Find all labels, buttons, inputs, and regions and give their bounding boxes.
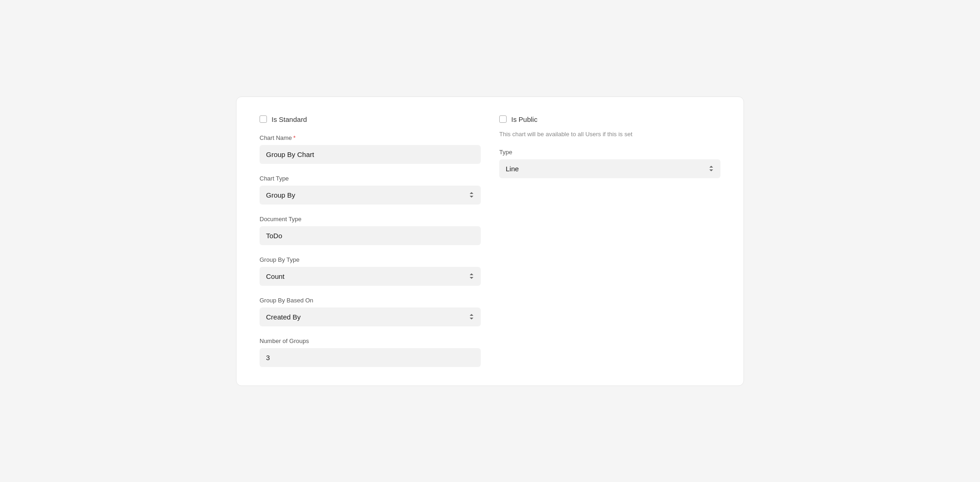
document-type-label: Document Type <box>260 216 481 223</box>
number-of-groups-input[interactable] <box>260 348 481 367</box>
type-wrapper: Line Bar Pie Donut <box>499 159 720 178</box>
is-public-label: Is Public <box>511 115 538 123</box>
type-select[interactable]: Line Bar Pie Donut <box>499 159 720 178</box>
form-card: Is Standard Chart Name* Chart Type Group… <box>236 96 744 386</box>
chart-name-group: Chart Name* <box>260 134 481 164</box>
chart-type-group: Chart Type Group By Count Sum Average <box>260 175 481 205</box>
number-of-groups-group: Number of Groups <box>260 337 481 367</box>
left-column: Is Standard Chart Name* Chart Type Group… <box>260 115 481 367</box>
chart-type-label: Chart Type <box>260 175 481 182</box>
right-column: Is Public This chart will be available t… <box>499 115 720 367</box>
type-label: Type <box>499 149 720 156</box>
type-group: Type Line Bar Pie Donut <box>499 149 720 178</box>
is-standard-row: Is Standard <box>260 115 481 123</box>
document-type-group: Document Type ToDo <box>260 216 481 245</box>
number-of-groups-label: Number of Groups <box>260 337 481 344</box>
group-by-based-on-group: Group By Based On Created By Modified By… <box>260 297 481 326</box>
is-standard-label: Is Standard <box>272 115 307 123</box>
group-by-type-select[interactable]: Count Sum Average <box>260 267 481 286</box>
group-by-based-on-wrapper: Created By Modified By Status <box>260 307 481 326</box>
is-public-row: Is Public <box>499 115 720 123</box>
is-public-hint: This chart will be available to all User… <box>499 131 720 138</box>
is-public-checkbox[interactable] <box>499 115 507 123</box>
form-layout: Is Standard Chart Name* Chart Type Group… <box>260 115 720 367</box>
group-by-type-label: Group By Type <box>260 256 481 263</box>
group-by-type-wrapper: Count Sum Average <box>260 267 481 286</box>
group-by-based-on-label: Group By Based On <box>260 297 481 304</box>
document-type-value: ToDo <box>260 226 481 245</box>
chart-name-label: Chart Name* <box>260 134 481 141</box>
group-by-type-group: Group By Type Count Sum Average <box>260 256 481 286</box>
chart-type-select[interactable]: Group By Count Sum Average <box>260 186 481 205</box>
is-standard-checkbox[interactable] <box>260 115 267 123</box>
required-marker: * <box>293 134 296 141</box>
chart-type-wrapper: Group By Count Sum Average <box>260 186 481 205</box>
group-by-based-on-select[interactable]: Created By Modified By Status <box>260 307 481 326</box>
chart-name-input[interactable] <box>260 145 481 164</box>
